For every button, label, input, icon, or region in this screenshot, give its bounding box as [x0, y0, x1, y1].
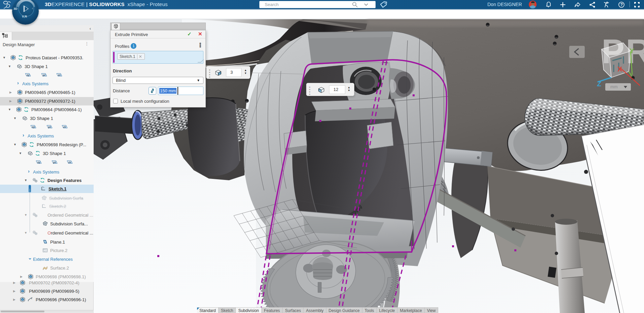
svg-text:Y: Y [630, 47, 634, 55]
svg-text:zx: zx [68, 161, 71, 164]
svg-text:X: X [617, 65, 622, 73]
svg-text:xy: xy [26, 73, 30, 76]
svg-text:Z: Z [597, 80, 601, 88]
svg-text:yz: yz [53, 161, 56, 164]
svg-text:yz: yz [48, 125, 51, 128]
svg-text:zx: zx [58, 73, 61, 76]
svg-text:xy: xy [32, 125, 35, 128]
svg-text:mm: mm [610, 84, 618, 89]
svg-text:zx: zx [63, 125, 66, 128]
svg-text:yz: yz [42, 73, 45, 76]
svg-text:?: ? [620, 2, 623, 7]
svg-text:xy: xy [37, 161, 40, 164]
